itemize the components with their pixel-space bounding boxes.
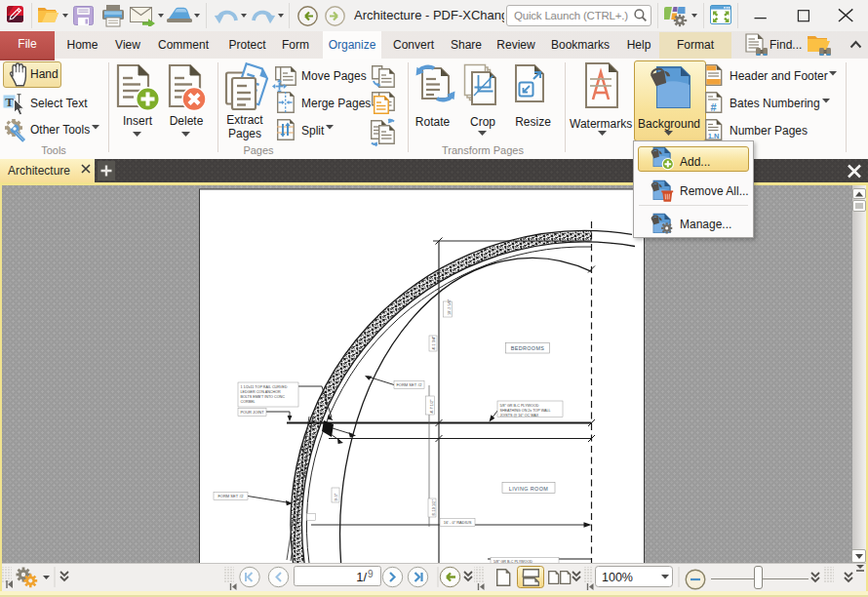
- svg-text:T: T: [5, 95, 14, 109]
- svg-text:1/: 1/: [356, 570, 367, 584]
- svg-text:4'-7 1/2": 4'-7 1/2": [430, 399, 434, 414]
- svg-text:#: #: [710, 101, 716, 113]
- svg-text:4'-1 3/4": 4'-1 3/4": [432, 336, 436, 350]
- svg-text:BOLTS EMB'T INTO CONC: BOLTS EMB'T INTO CONC: [241, 395, 286, 399]
- svg-text:10'-2 5/8": 10'-2 5/8": [448, 298, 452, 315]
- svg-text:SHEATHING ON 2x TOP WALL: SHEATHING ON 2x TOP WALL: [500, 409, 551, 413]
- svg-text:9'-3": 9'-3": [335, 493, 338, 500]
- svg-text:8'-10 1/2": 8'-10 1/2": [432, 499, 436, 516]
- svg-text:1 1/2x11 TOP RAIL CURVED: 1 1/2x11 TOP RAIL CURVED: [241, 385, 288, 389]
- svg-text:5/8" GR B-C PLYWOOD: 5/8" GR B-C PLYWOOD: [500, 404, 539, 408]
- svg-text:BEDROOMS: BEDROOMS: [511, 345, 545, 351]
- svg-text:LIVING ROOM: LIVING ROOM: [509, 486, 548, 492]
- svg-text:CORBEL: CORBEL: [241, 400, 256, 404]
- svg-text:9: 9: [368, 569, 374, 579]
- svg-text:FORM SET #2: FORM SET #2: [217, 494, 244, 498]
- svg-text:100%: 100%: [602, 571, 633, 584]
- svg-text:LEDGER CON ANCHOR: LEDGER CON ANCHOR: [241, 390, 282, 394]
- svg-text:POUR JOINT: POUR JOINT: [240, 410, 264, 415]
- svg-text:1.N: 1.N: [708, 132, 720, 140]
- svg-text:JOISTS @ 16" OC MAX: JOISTS @ 16" OC MAX: [500, 414, 539, 418]
- svg-text:16' - 0" RADIUS: 16' - 0" RADIUS: [444, 520, 472, 525]
- svg-text:FORM SET #2: FORM SET #2: [396, 382, 422, 387]
